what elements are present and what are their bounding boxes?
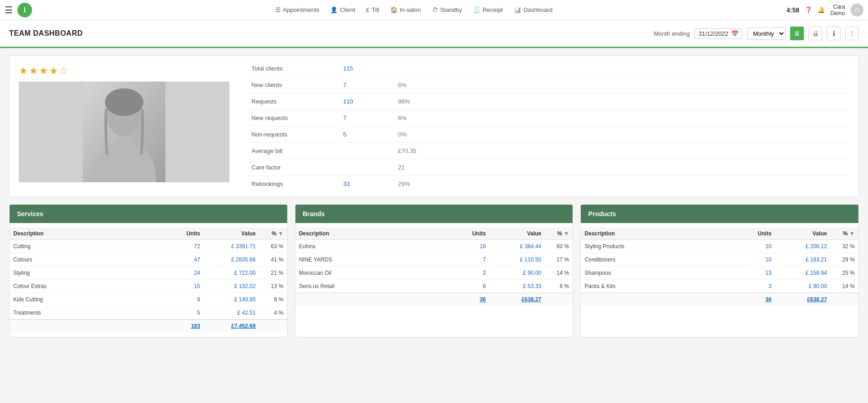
row-units: 72 — [162, 240, 204, 253]
table-footer-row: 36 £638.27 — [295, 293, 573, 306]
more-icon: ⋮ — [849, 30, 855, 37]
table-row: Eufora 18 £ 384.44 60 % — [295, 240, 573, 253]
products-col-desc: Description — [581, 228, 733, 240]
nav-receipt[interactable]: 🧾 Receipt — [473, 6, 503, 13]
row-units: 15 — [162, 280, 204, 293]
services-panel: Services Description Units Value % ▼ — [9, 204, 288, 338]
header-controls: Month ending 31/12/2022 📅 Monthly Weekly… — [654, 27, 859, 40]
row-pct: 14 % — [830, 280, 858, 293]
row-value: £ 158.94 — [775, 267, 830, 280]
row-pct: 60 % — [545, 240, 573, 253]
row-desc: Kids Cutting — [10, 293, 162, 306]
export-green-button[interactable]: 🖥 — [790, 27, 804, 40]
brands-col-units: Units — [448, 228, 490, 240]
row-units: 3 — [448, 267, 490, 280]
sort-down-icon[interactable]: ▼ — [278, 230, 284, 237]
nav-till[interactable]: £ Till — [366, 6, 379, 13]
row-pct: 8 % — [545, 280, 573, 293]
row-value: £ 42.51 — [204, 306, 259, 320]
stat-value: 110 — [339, 93, 394, 110]
services-col-pct: % ▼ — [259, 228, 287, 240]
profile-photo-svg — [83, 82, 165, 182]
hamburger-menu[interactable]: ☰ — [5, 5, 13, 16]
table-row: Sens.us Retail 8 £ 53.33 8 % — [295, 280, 573, 293]
screen-icon: 🖥 — [794, 30, 800, 37]
nav-insalon[interactable]: 🏠 In-salon — [390, 6, 421, 13]
brands-sort-icon[interactable]: ▼ — [563, 230, 569, 237]
row-value: £ 206.12 — [775, 240, 830, 253]
appt-icon: ☰ — [275, 6, 281, 13]
table-row: Treatments 5 £ 42.51 4 % — [10, 306, 287, 320]
stat-label: Non-requests — [248, 126, 339, 143]
nav-dashboard[interactable]: 📊 Dashboard — [514, 6, 553, 13]
row-pct: 14 % — [545, 267, 573, 280]
brands-header: Brands — [295, 205, 573, 223]
footer-value: £7,452.68 — [204, 320, 259, 333]
svg-point-3 — [105, 88, 143, 116]
row-units: 13 — [733, 267, 775, 280]
table-footer-row: 36 £638.27 — [581, 293, 858, 306]
row-value: £ 90.00 — [490, 267, 545, 280]
stats-row: Care factor 21 — [248, 159, 849, 176]
info-icon: ℹ — [833, 30, 835, 37]
question-icon[interactable]: ❓ — [805, 6, 812, 13]
dashboard-icon: 📊 — [514, 6, 521, 13]
calendar-icon[interactable]: 📅 — [731, 30, 738, 37]
info-button[interactable]: ℹ — [827, 27, 841, 40]
row-value: £ 110.50 — [490, 253, 545, 267]
row-pct: 13 % — [259, 280, 287, 293]
brands-col-pct: % ▼ — [545, 228, 573, 240]
services-col-value: Value — [204, 228, 259, 240]
table-row: NINE YARDS 7 £ 110.50 17 % — [295, 253, 573, 267]
brands-panel: Brands Description Units Value % ▼ — [295, 204, 573, 338]
stat-pct: 6% — [394, 77, 849, 93]
row-pct: 41 % — [259, 253, 287, 267]
services-table: Description Units Value % ▼ Cutting 72 £… — [10, 228, 287, 332]
footer-pct — [830, 293, 858, 306]
products-col-pct: % ▼ — [830, 228, 858, 240]
stats-row: Rebookings 33 29% — [248, 176, 849, 192]
nav-appointments[interactable]: ☰ Appointments — [275, 6, 320, 13]
more-button[interactable]: ⋮ — [845, 27, 859, 40]
stats-row: Average bill £70.35 — [248, 143, 849, 159]
stat-label: Average bill — [248, 143, 339, 159]
bell-icon[interactable]: 🔔 — [818, 6, 825, 13]
row-units: 5 — [162, 306, 204, 320]
date-input-wrap[interactable]: 31/12/2022 📅 — [694, 28, 742, 39]
brands-col-value: Value — [490, 228, 545, 240]
stat-label: Total clients — [248, 60, 339, 77]
row-value: £ 140.85 — [204, 293, 259, 306]
stat-pct: 6% — [394, 110, 849, 126]
row-value: £ 53.33 — [490, 280, 545, 293]
row-pct: 8 % — [259, 293, 287, 306]
brands-col-desc: Description — [295, 228, 448, 240]
avatar[interactable]: C — [851, 4, 863, 16]
table-row: Packs & Kits 3 £ 90.00 14 % — [581, 280, 858, 293]
page-header: TEAM DASHBOARD Month ending 31/12/2022 📅… — [0, 20, 868, 48]
stats-row: New clients 7 6% — [248, 77, 849, 93]
stat-label: Requests — [248, 93, 339, 110]
profile-left: ★★★★☆ — [10, 56, 239, 196]
print-button[interactable]: 🖨 — [808, 27, 822, 40]
period-select[interactable]: Monthly Weekly Yearly — [747, 27, 786, 40]
stat-value: 7 — [339, 110, 394, 126]
standby-icon: ⏱ — [432, 6, 438, 13]
footer-pct — [545, 293, 573, 306]
print-icon: 🖨 — [812, 30, 819, 37]
nav-standby[interactable]: ⏱ Standby — [432, 6, 462, 13]
client-icon: 👤 — [330, 6, 338, 13]
products-sort-icon[interactable]: ▼ — [849, 230, 855, 237]
stat-value — [339, 143, 394, 159]
row-units: 10 — [733, 240, 775, 253]
table-row: Styling 24 £ 722.00 21 % — [10, 267, 287, 280]
stat-pct — [394, 60, 849, 77]
stats-row: New requests 7 6% — [248, 110, 849, 126]
row-value: £ 3391.71 — [204, 240, 259, 253]
till-icon: £ — [366, 6, 369, 13]
row-desc: Treatments — [10, 306, 162, 320]
table-row: Colours 47 £ 2835.66 41 % — [10, 253, 287, 267]
table-row: Shampoos 13 £ 158.94 25 % — [581, 267, 858, 280]
stat-pct: 29% — [394, 176, 849, 192]
nav-client[interactable]: 👤 Client — [330, 6, 355, 13]
user-name: CaraDemo — [830, 4, 845, 16]
